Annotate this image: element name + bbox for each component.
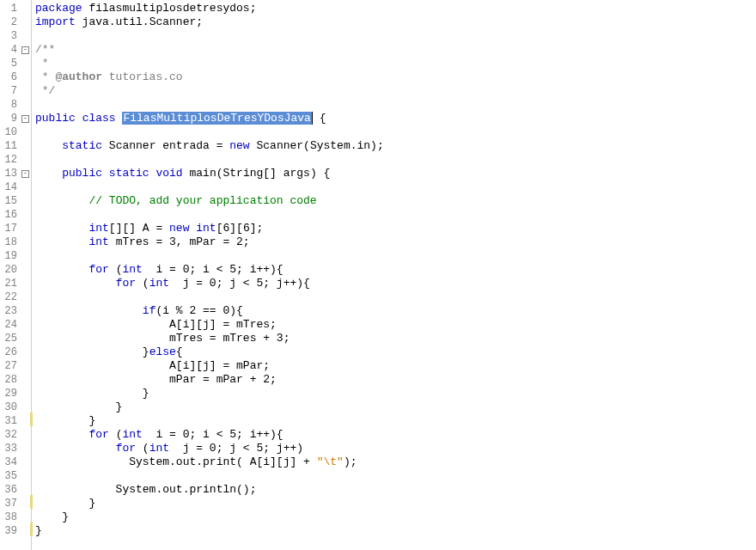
token-kw: static <box>62 139 102 152</box>
token-kw: for <box>116 442 136 455</box>
code-line[interactable]: * @author tutorias.co <box>35 70 753 84</box>
code-line[interactable]: for (int j = 0; j < 5; j++){ <box>35 277 753 290</box>
fold-toggle-icon[interactable]: - <box>21 115 29 123</box>
line-number: 14 <box>0 180 17 194</box>
token: { <box>176 345 183 358</box>
line-number: 4 <box>0 43 17 57</box>
line-number: 21 <box>0 277 17 290</box>
token-doc: */ <box>35 84 55 97</box>
line-number: 7 <box>0 84 17 98</box>
code-line[interactable]: System.out.print( A[i][j] + "\t"); <box>35 455 753 469</box>
token: ( <box>109 263 123 276</box>
token <box>35 167 62 180</box>
code-line[interactable] <box>35 469 753 483</box>
gutter: 1234567891011121314151617181920212223242… <box>0 0 32 550</box>
code-line[interactable]: */ <box>35 84 753 98</box>
token <box>35 263 88 276</box>
code-line[interactable] <box>35 29 753 43</box>
code-line[interactable]: if(i % 2 == 0){ <box>35 304 753 318</box>
line-number: 20 <box>0 263 17 277</box>
token-kw: int <box>88 235 108 248</box>
token-doc: tutorias.co <box>102 70 183 83</box>
token-todo: // TODO, add your application code <box>88 194 316 207</box>
line-number: 1 <box>0 2 17 15</box>
code-line[interactable] <box>35 98 753 112</box>
line-number: 15 <box>0 194 17 208</box>
code-line[interactable]: } <box>35 510 753 524</box>
line-number: 30 <box>0 400 17 414</box>
code-line[interactable]: mPar = mPar + 2; <box>35 373 753 387</box>
code-line[interactable]: A[i][j] = mTres; <box>35 318 753 332</box>
code-line[interactable]: for (int j = 0; j < 5; j++) <box>35 442 753 455</box>
code-line[interactable]: * <box>35 57 753 70</box>
code-line[interactable]: A[i][j] = mPar; <box>35 359 753 373</box>
line-number: 11 <box>0 139 17 153</box>
code-line[interactable]: mTres = mTres + 3; <box>35 332 753 345</box>
token <box>102 167 109 180</box>
code-line[interactable] <box>35 153 753 167</box>
code-line[interactable]: import java.util.Scanner; <box>35 15 753 29</box>
code-line[interactable] <box>35 125 753 139</box>
token-str: "\t" <box>317 455 344 468</box>
fold-toggle-icon[interactable]: - <box>21 170 29 178</box>
line-number: 17 <box>0 222 17 235</box>
line-number: 28 <box>0 373 17 387</box>
token <box>35 428 88 441</box>
token-doc: /** <box>35 43 55 56</box>
code-line[interactable] <box>35 180 753 194</box>
code-line[interactable]: int mTres = 3, mPar = 2; <box>35 235 753 249</box>
token: System.out.print( A[i][j] + <box>35 455 317 468</box>
token-kw: public <box>35 112 76 125</box>
code-line[interactable]: } <box>35 400 753 414</box>
line-number: 24 <box>0 318 17 332</box>
token: Scanner(System.in); <box>250 139 384 152</box>
line-number: 22 <box>0 290 17 304</box>
token: i = 0; i < 5; i++){ <box>143 428 284 441</box>
token-kw: class <box>82 112 116 125</box>
line-number: 27 <box>0 359 17 373</box>
code-line[interactable]: } <box>35 414 753 428</box>
token-kw: else <box>149 345 176 358</box>
code-line[interactable]: } <box>35 387 753 400</box>
code-line[interactable]: }else{ <box>35 345 753 359</box>
line-numbers: 1234567891011121314151617181920212223242… <box>0 2 21 548</box>
code-line[interactable]: public class FilasMultiplosDeTresYDosJav… <box>35 112 753 125</box>
change-marker <box>30 412 33 426</box>
token <box>35 235 88 248</box>
code-line[interactable] <box>35 208 753 222</box>
code-line[interactable]: int[][] A = new int[6][6]; <box>35 222 753 235</box>
line-number: 35 <box>0 469 17 483</box>
code-line[interactable]: public static void main(String[] args) { <box>35 167 753 180</box>
code-line[interactable] <box>35 249 753 263</box>
code-line[interactable] <box>35 290 753 304</box>
code-line[interactable]: for (int i = 0; i < 5; i++){ <box>35 263 753 277</box>
token: } <box>35 414 95 427</box>
code-line[interactable]: System.out.println(); <box>35 483 753 497</box>
code-editor[interactable]: package filasmultiplosdetresydos;import … <box>32 0 756 550</box>
fold-toggle-icon[interactable]: - <box>21 46 29 54</box>
token: mTres = 3, mPar = 2; <box>109 235 250 248</box>
code-line[interactable]: } <box>35 497 753 510</box>
line-number: 36 <box>0 483 17 497</box>
token: (i % 2 == 0){ <box>155 304 242 317</box>
code-line[interactable]: } <box>35 524 753 538</box>
code-line[interactable]: package filasmultiplosdetresydos; <box>35 2 753 15</box>
token-kw: if <box>143 304 156 317</box>
line-number: 26 <box>0 345 17 359</box>
token: mTres = mTres + 3; <box>35 332 290 345</box>
token-kw: int <box>196 222 216 235</box>
token-kw: static <box>109 167 149 180</box>
token: [][] A = <box>109 222 169 235</box>
code-line[interactable]: static Scanner entrada = new Scanner(Sys… <box>35 139 753 153</box>
token-kw: int <box>149 277 169 290</box>
code-line[interactable]: /** <box>35 43 753 57</box>
token-kw: int <box>122 428 142 441</box>
token <box>76 112 82 125</box>
line-number: 38 <box>0 510 17 524</box>
fold-column: --- <box>21 2 31 548</box>
token: j = 0; j < 5; j++){ <box>169 277 310 290</box>
code-line[interactable]: for (int i = 0; i < 5; i++){ <box>35 428 753 442</box>
code-line[interactable]: // TODO, add your application code <box>35 194 753 208</box>
line-number: 16 <box>0 208 17 222</box>
token-kw: import <box>35 15 76 28</box>
